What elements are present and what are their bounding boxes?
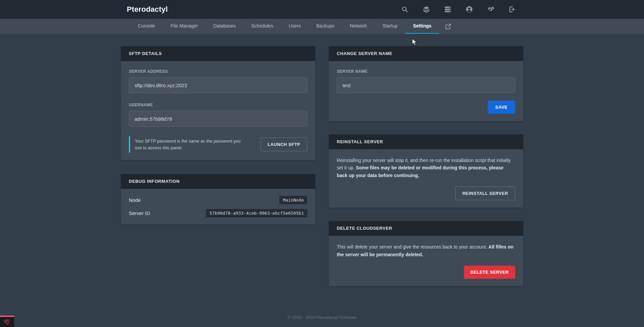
cogs-icon[interactable] <box>487 6 494 13</box>
server-id-value: 57b98d78-a933-4ceb-9963-ebcf5e6505b1 <box>206 209 307 217</box>
change-server-name-card: CHANGE SERVER NAME SERVER NAME SAVE <box>329 46 523 121</box>
tab-databases[interactable]: Databases <box>206 19 244 34</box>
debug-card-title: DEBUG INFORMATION <box>121 174 315 189</box>
sftp-card-title: SFTP DETAILS <box>121 46 315 61</box>
reinstall-card-title: REINSTALL SERVER <box>329 134 523 149</box>
username-label: USERNAME <box>129 103 307 107</box>
server-address-input[interactable] <box>129 77 307 93</box>
server-name-input[interactable] <box>337 77 515 93</box>
server-id-label: Server ID <box>129 210 150 216</box>
navbar-icons <box>401 6 523 13</box>
delete-server-button[interactable]: DELETE SERVER <box>464 266 515 279</box>
sftp-username-input[interactable] <box>129 111 307 127</box>
reinstall-server-card: REINSTALL SERVER Reinstalling your serve… <box>329 134 523 208</box>
server-tabbar: Console File Manager Databases Schedules… <box>0 19 644 34</box>
tab-backups[interactable]: Backups <box>309 19 342 34</box>
server-name-label: SERVER NAME <box>337 69 515 74</box>
copyright-footer: © 2015 - 2020 Pterodactyl Software <box>121 315 523 320</box>
save-button[interactable]: SAVE <box>488 101 515 114</box>
reinstall-server-button[interactable]: REINSTALL SERVER <box>455 186 515 200</box>
app-title: Pterodactyl <box>121 5 168 14</box>
tab-settings[interactable]: Settings <box>405 19 439 34</box>
search-icon[interactable] <box>401 6 409 13</box>
rename-card-title: CHANGE SERVER NAME <box>329 46 523 61</box>
sign-out-icon[interactable] <box>508 6 516 13</box>
settings-page: SFTP DETAILS SERVER ADDRESS USERNAME You… <box>121 46 523 286</box>
debug-row-node: Node MainNode <box>129 194 307 207</box>
delete-card-title: DELETE CLOUDSERVER <box>329 221 523 236</box>
server-address-label: SERVER ADDRESS <box>129 69 307 74</box>
tab-users[interactable]: Users <box>281 19 309 34</box>
debug-information-card: DEBUG INFORMATION Node MainNode Server I… <box>121 174 315 224</box>
delete-cloudserver-card: DELETE CLOUDSERVER This will delete your… <box>329 221 523 286</box>
sftp-password-note: Your SFTP password is the same as the pa… <box>129 136 247 153</box>
servers-icon[interactable] <box>444 6 451 13</box>
delete-warning-text: This will delete your server and give th… <box>337 243 515 258</box>
tab-file-manager[interactable]: File Manager <box>163 19 206 34</box>
left-column: SFTP DETAILS SERVER ADDRESS USERNAME You… <box>121 46 315 286</box>
top-navbar: Pterodactyl <box>0 0 644 19</box>
laravel-debugbar-toggle[interactable] <box>0 316 14 327</box>
tab-schedules[interactable]: Schedules <box>244 19 281 34</box>
user-circle-icon[interactable] <box>466 6 473 13</box>
layers-icon[interactable] <box>423 6 430 13</box>
reinstall-warning-text: Reinstalling your server will stop it, a… <box>337 157 515 179</box>
launch-sftp-button[interactable]: LAUNCH SFTP <box>261 138 307 151</box>
sftp-details-card: SFTP DETAILS SERVER ADDRESS USERNAME You… <box>121 46 315 160</box>
right-column: CHANGE SERVER NAME SERVER NAME SAVE REIN… <box>329 46 523 286</box>
node-value: MainNode <box>279 196 307 204</box>
tab-startup[interactable]: Startup <box>375 19 405 34</box>
tab-console[interactable]: Console <box>130 19 163 34</box>
node-label: Node <box>129 197 141 203</box>
tab-network[interactable]: Network <box>342 19 375 34</box>
debug-row-server-id: Server ID 57b98d78-a933-4ceb-9963-ebcf5e… <box>129 207 307 220</box>
external-link-icon[interactable] <box>439 19 457 34</box>
laravel-logo-icon <box>3 319 11 325</box>
